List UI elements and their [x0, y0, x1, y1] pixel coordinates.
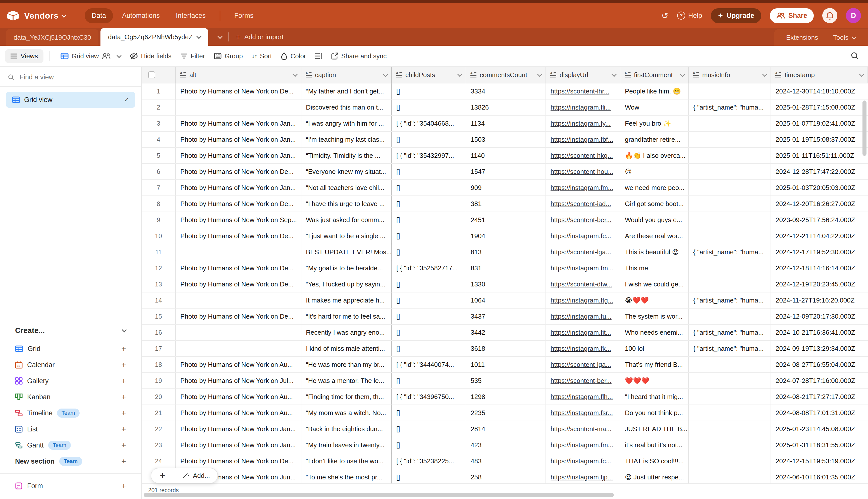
row-number[interactable]: 6 [142, 164, 176, 179]
cell-commentsCount[interactable]: 1503 [466, 132, 546, 147]
row-number[interactable]: 10 [142, 228, 176, 244]
cell-musicInfo[interactable] [689, 260, 771, 276]
cell-timestamp[interactable]: 2025-01-11T16:51:11.000Z [771, 148, 868, 163]
add-or-import-button[interactable]: + Add or import [229, 28, 290, 46]
help-button[interactable]: ? Help [677, 12, 702, 20]
plus-icon[interactable]: + [121, 376, 126, 386]
cell-childPosts[interactable]: [] [392, 164, 466, 179]
cell-caption[interactable]: “Finding time for them, th... [301, 389, 392, 404]
row-number[interactable]: 24 [142, 453, 176, 469]
table-tab-1[interactable]: data_YeJXCj519OJntxC30 [6, 29, 98, 46]
cell-displayUrl[interactable]: https://instagram.fsr... [546, 405, 620, 421]
cell-displayUrl[interactable]: https://instagram.fm... [546, 437, 620, 453]
cell-timestamp[interactable]: 2024-08-21T17:27:17.000Z [771, 389, 868, 404]
cell-firstComment[interactable]: Feel you bro ✨ [620, 115, 689, 131]
avatar[interactable]: D [846, 8, 861, 23]
cell-commentsCount[interactable]: 1134 [466, 115, 546, 131]
cell-commentsCount[interactable]: 1298 [466, 389, 546, 404]
cell-commentsCount[interactable]: 2814 [466, 421, 546, 437]
search-button[interactable] [847, 49, 863, 63]
row-number[interactable]: 21 [142, 405, 176, 421]
cell-caption[interactable]: Recently I was angry eno... [301, 325, 392, 340]
views-toggle-button[interactable]: Views [5, 49, 44, 63]
row-number[interactable]: 14 [142, 292, 176, 308]
cell-commentsCount[interactable]: 381 [466, 196, 546, 211]
cell-musicInfo[interactable] [689, 405, 771, 421]
cell-firstComment[interactable]: This is beautiful 😍 [620, 244, 689, 260]
column-header-caption[interactable]: A caption [301, 67, 392, 83]
chevron-down-icon[interactable] [611, 72, 617, 77]
cell-displayUrl[interactable]: https://instagram.ftg... [546, 292, 620, 308]
horizontal-scrollbar[interactable] [144, 493, 614, 497]
cell-timestamp[interactable]: 2024-12-21T14:04:22.000Z [771, 228, 868, 244]
cell-caption[interactable]: “It’s hard for me to feel sa... [301, 308, 392, 324]
cell-caption[interactable]: “Not all teachers love chil... [301, 180, 392, 195]
column-header-timestamp[interactable]: A timestamp [771, 67, 868, 83]
chevron-down-icon[interactable] [859, 72, 864, 77]
cell-timestamp[interactable]: 2025-01-19T15:08:37.000Z [771, 132, 868, 147]
cell-childPosts[interactable]: [] [392, 292, 466, 308]
cell-timestamp[interactable]: 2025-01-03T20:05:03.000Z [771, 180, 868, 195]
chevron-down-icon[interactable] [762, 72, 767, 77]
cell-displayUrl[interactable]: https://scontent-ber... [546, 373, 620, 388]
cell-childPosts[interactable]: [] [392, 421, 466, 437]
cell-timestamp[interactable]: 2025-01-07T19:02:41.000Z [771, 115, 868, 131]
cell-timestamp[interactable]: 2024-12-18T14:16:14.000Z [771, 260, 868, 276]
cell-alt[interactable] [176, 99, 301, 115]
cell-caption[interactable]: “My train leaves in twenty... [301, 437, 392, 453]
cell-displayUrl[interactable]: https://scontent-hou... [546, 164, 620, 179]
cell-childPosts[interactable]: [ { "id": "35432997... [392, 148, 466, 163]
chevron-down-icon[interactable] [383, 72, 388, 77]
cell-firstComment[interactable]: we need more peo... [620, 180, 689, 195]
cell-caption[interactable]: “I was angry with him for ... [301, 115, 392, 131]
chevron-down-icon[interactable] [457, 72, 462, 77]
row-number[interactable]: 23 [142, 437, 176, 453]
cell-musicInfo[interactable] [689, 357, 771, 373]
cell-timestamp[interactable]: 2025-01-23T14:45:08.000Z [771, 421, 868, 437]
cell-displayUrl[interactable]: https://instagram.fu... [546, 308, 620, 324]
cell-musicInfo[interactable] [689, 421, 771, 437]
plus-icon[interactable]: + [121, 360, 126, 369]
cell-displayUrl[interactable]: https://scontent-iad... [546, 196, 620, 211]
plus-icon[interactable]: + [121, 425, 126, 434]
cell-alt[interactable]: Photo by Humans of New York on De... [176, 308, 301, 324]
create-item-calendar[interactable]: 31Calendar+ [0, 357, 141, 373]
cell-caption[interactable]: “To me she’s the most pr... [301, 469, 392, 485]
table-tab-2-active[interactable]: data_Og5Zq6ZPNhWb5ydeZ [100, 28, 208, 46]
chevron-down-icon[interactable] [537, 72, 542, 77]
vertical-scrollbar[interactable] [863, 100, 867, 156]
cell-musicInfo[interactable] [689, 437, 771, 453]
cell-alt[interactable]: Photo by Humans of New York on Jan... [176, 180, 301, 195]
cell-timestamp[interactable]: 2024-08-27T16:55:04.000Z [771, 357, 868, 373]
plus-icon[interactable]: + [121, 392, 126, 402]
cell-commentsCount[interactable]: 813 [466, 244, 546, 260]
cell-commentsCount[interactable]: 423 [466, 437, 546, 453]
cell-childPosts[interactable]: [] [392, 325, 466, 340]
cell-childPosts[interactable]: [] [392, 180, 466, 195]
cell-musicInfo[interactable] [689, 453, 771, 469]
cell-alt[interactable]: Photo by Humans of New York on De... [176, 228, 301, 244]
row-number[interactable]: 22 [142, 421, 176, 437]
cell-timestamp[interactable]: 2024-12-15T19:53:19.000Z [771, 453, 868, 469]
row-height-button[interactable] [311, 50, 327, 62]
create-item-list[interactable]: List+ [0, 421, 141, 437]
cell-alt[interactable]: Photo by Humans of New York on Jan... [176, 148, 301, 163]
cell-alt[interactable] [176, 292, 301, 308]
cell-commentsCount[interactable]: 1904 [466, 228, 546, 244]
column-header-alt[interactable]: A alt [176, 67, 301, 83]
create-section-header[interactable]: Create... [0, 321, 141, 341]
hide-fields-button[interactable]: Hide fields [125, 49, 176, 63]
row-number[interactable]: 3 [142, 115, 176, 131]
share-and-sync-button[interactable]: Share and sync [327, 49, 391, 63]
cell-timestamp[interactable]: 2024-12-28T17:47:22.000Z [771, 164, 868, 179]
cell-childPosts[interactable]: [] [392, 276, 466, 292]
cell-childPosts[interactable]: [] [392, 228, 466, 244]
cell-caption[interactable]: Was just asked for comm... [301, 212, 392, 228]
cell-caption[interactable]: Discovered this man on t... [301, 99, 392, 115]
cell-firstComment[interactable]: Do you not think p... [620, 405, 689, 421]
create-item-gallery[interactable]: Gallery+ [0, 373, 141, 389]
cell-childPosts[interactable]: [] [392, 83, 466, 99]
cell-firstComment[interactable]: it’s real but it’s not... [620, 437, 689, 453]
cell-timestamp[interactable]: 2024-08-08T17:01:31.000Z [771, 405, 868, 421]
cell-caption[interactable]: “He was more than my br... [301, 357, 392, 373]
